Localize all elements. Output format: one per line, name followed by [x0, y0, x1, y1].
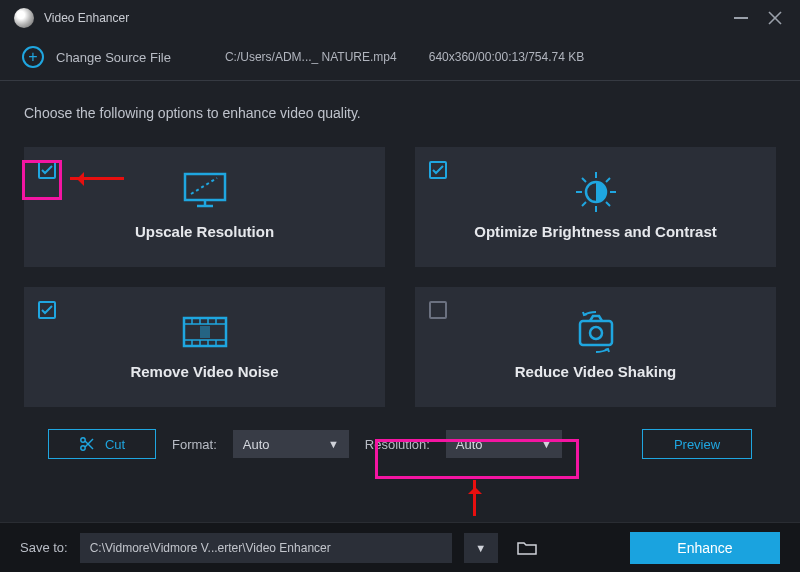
card-deshake-label: Reduce Video Shaking [427, 363, 764, 380]
format-value: Auto [243, 437, 270, 452]
resolution-label: Resolution: [365, 437, 430, 452]
svg-line-15 [606, 178, 610, 182]
close-button[interactable] [758, 3, 792, 33]
card-deshake[interactable]: Reduce Video Shaking [415, 287, 776, 407]
camera-shake-icon [427, 309, 764, 355]
checkbox-optimize[interactable] [429, 161, 447, 179]
titlebar: Video Enhancer [0, 0, 800, 36]
chevron-down-icon: ▼ [328, 438, 339, 450]
card-optimize-label: Optimize Brightness and Contrast [427, 223, 764, 240]
folder-icon [517, 540, 537, 556]
brightness-icon [427, 169, 764, 215]
checkbox-deshake[interactable] [429, 301, 447, 319]
file-meta-text: 640x360/00:00:13/754.74 KB [429, 50, 584, 64]
chevron-down-icon: ▼ [541, 438, 552, 450]
save-path-box[interactable]: C:\Vidmore\Vidmore V...erter\Video Enhan… [80, 533, 452, 563]
format-select[interactable]: Auto ▼ [233, 430, 349, 458]
footer-bar: Save to: C:\Vidmore\Vidmore V...erter\Vi… [0, 522, 800, 572]
preview-button[interactable]: Preview [642, 429, 752, 459]
cut-button[interactable]: Cut [48, 429, 156, 459]
svg-line-4 [191, 178, 217, 194]
window-title: Video Enhancer [44, 11, 724, 25]
svg-rect-28 [580, 321, 612, 345]
card-upscale-label: Upscale Resolution [36, 223, 373, 240]
svg-rect-0 [734, 17, 748, 19]
svg-line-14 [582, 202, 586, 206]
format-label: Format: [172, 437, 217, 452]
file-path-text: C:/Users/ADM..._ NATURE.mp4 [225, 50, 397, 64]
save-to-label: Save to: [20, 540, 68, 555]
svg-rect-27 [200, 326, 210, 338]
svg-rect-3 [185, 174, 225, 200]
svg-line-13 [606, 202, 610, 206]
svg-point-30 [81, 438, 85, 442]
open-folder-button[interactable] [510, 533, 544, 563]
svg-point-31 [81, 446, 85, 450]
scissors-icon [79, 436, 95, 452]
svg-point-29 [590, 327, 602, 339]
checkbox-denoise[interactable] [38, 301, 56, 319]
card-upscale[interactable]: Upscale Resolution [24, 147, 385, 267]
cut-label: Cut [105, 437, 125, 452]
minimize-button[interactable] [724, 3, 758, 33]
enhance-button[interactable]: Enhance [630, 532, 780, 564]
preview-label: Preview [674, 437, 720, 452]
prompt-text: Choose the following options to enhance … [24, 105, 776, 121]
enhance-label: Enhance [677, 540, 732, 556]
add-source-button[interactable]: + [22, 46, 44, 68]
svg-line-12 [582, 178, 586, 182]
checkbox-upscale[interactable] [38, 161, 56, 179]
card-denoise[interactable]: Remove Video Noise [24, 287, 385, 407]
resolution-select[interactable]: Auto ▼ [446, 430, 562, 458]
save-path-text: C:\Vidmore\Vidmore V...erter\Video Enhan… [90, 541, 331, 555]
app-logo-icon [14, 8, 34, 28]
card-denoise-label: Remove Video Noise [36, 363, 373, 380]
upscale-icon [36, 169, 373, 215]
film-noise-icon [36, 309, 373, 355]
source-toolbar: + Change Source File C:/Users/ADM..._ NA… [0, 36, 800, 81]
resolution-value: Auto [456, 437, 483, 452]
save-path-dropdown[interactable]: ▼ [464, 533, 498, 563]
card-optimize[interactable]: Optimize Brightness and Contrast [415, 147, 776, 267]
bottom-bar: Cut Format: Auto ▼ Resolution: Auto ▼ Pr… [24, 407, 776, 459]
file-info: C:/Users/ADM..._ NATURE.mp4 640x360/00:0… [225, 50, 584, 64]
change-source-link[interactable]: Change Source File [56, 50, 171, 65]
